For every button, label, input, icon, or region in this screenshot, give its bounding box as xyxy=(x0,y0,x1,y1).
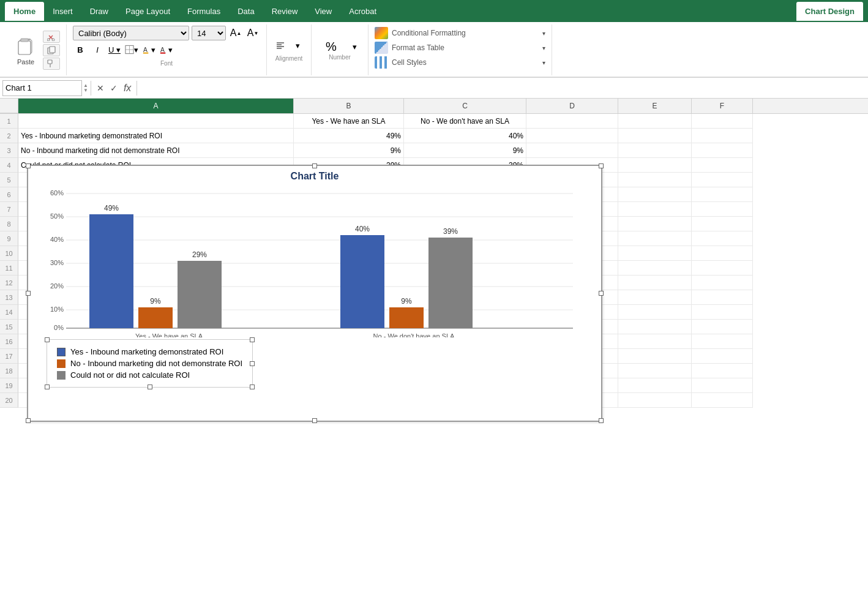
italic-button[interactable]: I xyxy=(90,42,105,57)
col-header-b[interactable]: B xyxy=(294,99,404,113)
cell[interactable] xyxy=(692,364,753,378)
name-box-down-arrow[interactable]: ▼ xyxy=(83,88,88,93)
cancel-button[interactable]: ✕ xyxy=(94,82,107,94)
cell[interactable] xyxy=(618,202,692,217)
cell[interactable] xyxy=(618,261,692,276)
cell[interactable] xyxy=(692,334,753,349)
cell[interactable] xyxy=(692,261,753,276)
col-header-c[interactable]: C xyxy=(404,99,526,113)
cell[interactable]: Yes - Inbound marketing demonstrated ROI xyxy=(18,129,294,143)
cell[interactable] xyxy=(692,349,753,364)
cell[interactable] xyxy=(692,276,753,290)
cell[interactable] xyxy=(692,187,753,202)
tab-view[interactable]: View xyxy=(306,2,340,21)
cell[interactable] xyxy=(618,173,692,187)
cell[interactable] xyxy=(526,143,618,158)
cell[interactable] xyxy=(618,114,692,129)
format-as-table-row[interactable]: Format as Table ▾ xyxy=(375,42,545,54)
font-color-button[interactable]: A ▾ xyxy=(159,42,173,57)
cell[interactable] xyxy=(692,217,753,231)
cell[interactable] xyxy=(18,114,294,129)
col-header-e[interactable]: E xyxy=(618,99,692,113)
cell-styles-row[interactable]: Cell Styles ▾ xyxy=(375,56,545,69)
cell[interactable]: 9% xyxy=(294,143,404,158)
chart-handle-tm[interactable] xyxy=(312,163,317,168)
chart-handle-bm[interactable] xyxy=(312,418,317,423)
decrease-font-size-button[interactable]: A▼ xyxy=(245,26,260,40)
cell[interactable] xyxy=(692,246,753,261)
tab-chart-design[interactable]: Chart Design xyxy=(796,2,863,21)
underline-button[interactable]: U ▾ xyxy=(107,42,122,57)
increase-font-size-button[interactable]: A▲ xyxy=(228,26,243,40)
cell[interactable] xyxy=(618,143,692,158)
cell[interactable] xyxy=(692,173,753,187)
cell[interactable] xyxy=(618,231,692,246)
cell[interactable] xyxy=(692,378,753,393)
cell[interactable] xyxy=(692,320,753,334)
legend-handle-mr[interactable] xyxy=(250,361,255,366)
cell[interactable] xyxy=(618,393,692,408)
col-header-a[interactable]: A xyxy=(18,99,294,113)
legend-handle-br[interactable] xyxy=(250,385,255,389)
cell[interactable]: Yes - We have an SLA xyxy=(294,114,404,129)
align-left-button[interactable] xyxy=(273,38,288,53)
confirm-button[interactable]: ✓ xyxy=(107,82,121,94)
legend-handle-tr[interactable] xyxy=(250,337,255,342)
copy-button[interactable] xyxy=(43,44,60,56)
col-header-d[interactable]: D xyxy=(526,99,618,113)
cell[interactable]: 40% xyxy=(404,129,526,143)
cell[interactable] xyxy=(618,187,692,202)
cell[interactable] xyxy=(526,129,618,143)
cell[interactable]: No - Inbound marketing did not demonstra… xyxy=(18,143,294,158)
cell[interactable] xyxy=(692,393,753,408)
cell[interactable] xyxy=(618,129,692,143)
cell[interactable] xyxy=(618,334,692,349)
cell[interactable] xyxy=(692,158,753,173)
tab-data[interactable]: Data xyxy=(229,2,263,21)
chart-handle-tr[interactable] xyxy=(599,163,604,168)
cell[interactable] xyxy=(618,364,692,378)
cell[interactable]: 9% xyxy=(404,143,526,158)
cell[interactable]: 49% xyxy=(294,129,404,143)
font-size-select[interactable]: 14 xyxy=(192,26,226,40)
tab-review[interactable]: Review xyxy=(263,2,307,21)
cell[interactable] xyxy=(618,217,692,231)
name-box[interactable]: Chart 1 xyxy=(2,80,82,96)
cell[interactable]: No - We don't have an SLA xyxy=(404,114,526,129)
cell[interactable] xyxy=(618,305,692,320)
cell[interactable] xyxy=(692,231,753,246)
chart-handle-tl[interactable] xyxy=(26,163,31,168)
tab-acrobat[interactable]: Acrobat xyxy=(340,2,385,21)
font-family-select[interactable]: Calibri (Body) xyxy=(73,26,189,40)
legend-handle-tl[interactable] xyxy=(45,337,50,342)
formula-input[interactable] xyxy=(140,83,866,92)
cut-button[interactable] xyxy=(43,31,60,43)
bold-button[interactable]: B xyxy=(73,42,88,57)
chart-handle-br[interactable] xyxy=(599,418,604,423)
format-painter-button[interactable] xyxy=(43,58,60,70)
chart-handle-ml[interactable] xyxy=(26,291,31,296)
fx-button[interactable]: fx xyxy=(121,81,134,95)
cell[interactable] xyxy=(618,276,692,290)
tab-insert[interactable]: Insert xyxy=(44,2,81,21)
align-dropdown-button[interactable]: ▾ xyxy=(290,38,305,53)
paste-button[interactable]: Paste xyxy=(11,32,40,68)
tab-page-layout[interactable]: Page Layout xyxy=(117,2,179,21)
cell[interactable] xyxy=(618,246,692,261)
legend-handle-bm[interactable] xyxy=(148,385,152,389)
cell[interactable] xyxy=(692,114,753,129)
cell[interactable] xyxy=(618,349,692,364)
highlight-color-button[interactable]: A ▾ xyxy=(141,42,156,57)
chart-handle-mr[interactable] xyxy=(599,291,604,296)
number-dropdown-button[interactable]: ▾ xyxy=(347,39,362,54)
tab-formulas[interactable]: Formulas xyxy=(179,2,229,21)
cell[interactable] xyxy=(692,202,753,217)
borders-button[interactable]: ▾ xyxy=(124,42,139,57)
cell[interactable] xyxy=(692,143,753,158)
cell[interactable] xyxy=(692,129,753,143)
cell[interactable] xyxy=(618,378,692,393)
tab-draw[interactable]: Draw xyxy=(81,2,117,21)
legend-handle-bl[interactable] xyxy=(45,385,50,389)
cell[interactable] xyxy=(692,290,753,305)
cell[interactable] xyxy=(618,320,692,334)
